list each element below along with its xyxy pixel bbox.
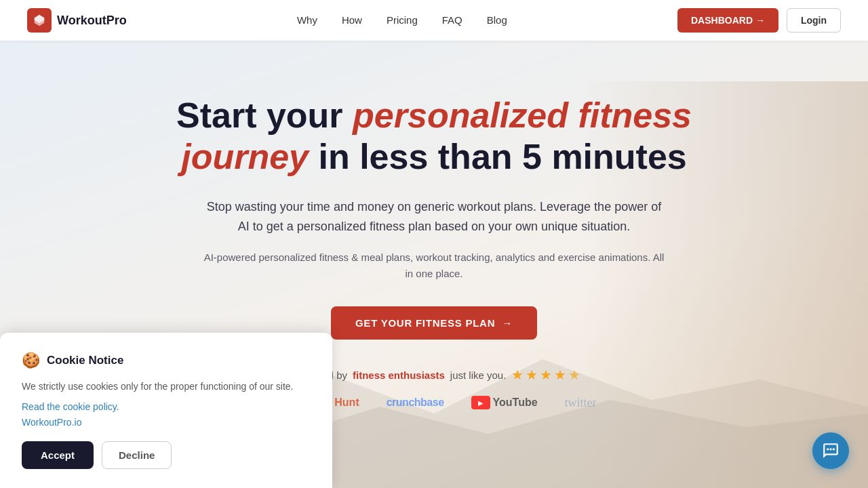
twitter-logo: twitter [565,396,597,410]
cookie-actions: Accept Decline [22,441,311,469]
login-button[interactable]: Login [787,8,841,33]
logo-text: WorkoutPro [57,14,127,28]
yt-icon [471,396,490,409]
svg-point-1 [827,448,829,450]
cta-arrow: → [502,317,513,329]
cookie-icon: 🍪 [22,352,40,369]
accept-button[interactable]: Accept [22,441,94,469]
twitter-label: twitter [565,396,597,410]
hero-subtitle: Stop wasting your time and money on gene… [203,197,665,237]
nav-pricing[interactable]: Pricing [387,14,418,26]
fitness-enthusiasts-link[interactable]: fitness enthusiasts [353,369,445,381]
hero-title-end: in less than 5 minutes [309,137,687,176]
cookie-header: 🍪 Cookie Notice [22,352,311,369]
cookie-body: We strictly use cookies only for the pro… [22,379,311,394]
svg-point-0 [829,448,831,450]
star-2: ★ [526,367,538,383]
star-4: ★ [554,367,566,383]
embraced-rest: just like you. [450,369,507,381]
star-rating: ★ ★ ★ ★ ★ [511,367,580,383]
nav-actions: DASHBOARD → Login [677,8,841,33]
cookie-site-link[interactable]: WorkoutPro.io [22,417,311,428]
nav-blog[interactable]: Blog [487,14,507,26]
star-3: ★ [540,367,552,383]
star-1: ★ [511,367,524,383]
hero-sub2: AI-powered personalized fitness & meal p… [203,249,665,282]
cookie-title: Cookie Notice [47,354,123,367]
yt-label: YouTube [493,396,538,409]
navbar: WorkoutPro Why How Pricing FAQ Blog DASH… [0,0,868,41]
chat-icon [822,442,840,460]
nav-how[interactable]: How [342,14,362,26]
cookie-policy-link[interactable]: Read the cookie policy. [22,401,119,412]
nav-links: Why How Pricing FAQ Blog [297,14,507,26]
hero-content: Start your personalized fitness journey … [176,95,692,340]
cookie-notice: 🍪 Cookie Notice We strictly use cookies … [0,333,332,488]
cta-label: GET YOUR FITNESS PLAN [355,317,495,329]
hero-title-start: Start your [176,96,353,135]
star-5: ★ [568,367,580,383]
dashboard-button[interactable]: DASHBOARD → [677,8,778,33]
youtube-logo: YouTube [471,396,538,409]
crunchbase-label: crunchbase [387,396,444,409]
nav-faq[interactable]: FAQ [442,14,462,26]
logo-link[interactable]: WorkoutPro [27,8,127,33]
logo-icon [27,8,52,33]
svg-point-2 [833,448,835,450]
hero-title: Start your personalized fitness journey … [176,95,692,178]
cta-button[interactable]: GET YOUR FITNESS PLAN → [331,306,537,340]
crunchbase-logo: crunchbase [387,396,444,409]
decline-button[interactable]: Decline [102,441,172,469]
chat-bubble[interactable] [812,432,849,469]
nav-why[interactable]: Why [297,14,317,26]
